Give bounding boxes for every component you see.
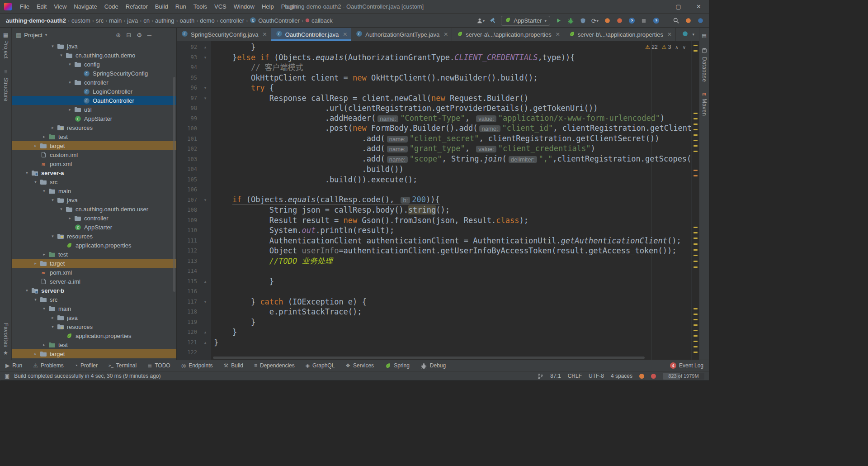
inspection-mark[interactable] bbox=[693, 170, 698, 171]
search-everywhere-icon[interactable] bbox=[672, 16, 680, 25]
close-tab-icon[interactable]: ✕ bbox=[443, 31, 448, 38]
close-tab-icon[interactable]: ✕ bbox=[263, 31, 267, 38]
rerun-icon[interactable]: ⟳▾ bbox=[591, 16, 599, 25]
inspection-mark[interactable] bbox=[693, 50, 698, 52]
menu-item[interactable]: Help bbox=[258, 1, 278, 12]
tree-item[interactable]: ▾cn.authing.oauth.demo bbox=[12, 51, 176, 60]
help-remote-icon[interactable]: ? bbox=[652, 16, 660, 25]
chevron-right-icon[interactable]: ▸ bbox=[32, 352, 39, 356]
inspection-mark[interactable] bbox=[693, 266, 698, 268]
chevron-down-icon[interactable]: ▾ bbox=[40, 306, 48, 311]
fold-marker-icon[interactable]: ▾ bbox=[200, 96, 210, 100]
chevron-down-icon[interactable]: ▾ bbox=[32, 180, 39, 184]
breadcrumb-item[interactable]: main bbox=[108, 16, 123, 25]
inspection-mark[interactable] bbox=[693, 113, 698, 114]
indent-setting[interactable]: 4 spaces bbox=[611, 373, 632, 379]
tool-window-button-profiler[interactable]: ◔Profiler bbox=[75, 362, 98, 369]
tree-item[interactable]: CSpringSecurityConfig bbox=[12, 69, 176, 78]
chevron-right-icon[interactable]: ▸ bbox=[32, 143, 39, 148]
updates-icon[interactable] bbox=[684, 16, 692, 25]
chevron-down-icon[interactable]: ▾ bbox=[40, 189, 48, 193]
run-configuration-selector[interactable]: AppStarter▾ bbox=[501, 16, 550, 26]
inspection-mark[interactable] bbox=[693, 324, 698, 326]
chevron-down-icon[interactable]: ▾ bbox=[23, 171, 31, 175]
inspection-mark[interactable] bbox=[693, 335, 698, 337]
horizontal-scrollbar[interactable] bbox=[213, 357, 645, 359]
editor-tab[interactable]: server-b\...\application.properties✕ bbox=[564, 28, 676, 41]
hide-panel-icon[interactable]: ─ bbox=[147, 32, 151, 38]
breadcrumb-item[interactable]: src bbox=[94, 16, 105, 25]
inspection-mark[interactable] bbox=[693, 129, 698, 130]
close-button[interactable]: ✕ bbox=[689, 0, 709, 14]
breadcrumb-item[interactable]: authing bbox=[154, 16, 176, 25]
breadcrumb-item[interactable]: callback bbox=[304, 16, 334, 25]
tool-window-button-dependencies[interactable]: ≡Dependencies bbox=[254, 362, 295, 369]
tree-item[interactable]: ▾java bbox=[12, 42, 176, 51]
inspection-mark[interactable] bbox=[693, 261, 698, 262]
tree-item[interactable]: ▸java bbox=[12, 313, 176, 322]
tool-window-button-problems[interactable]: ⚠Problems bbox=[33, 362, 63, 369]
profiler-icon[interactable] bbox=[603, 16, 611, 25]
breadcrumb-item[interactable]: custom bbox=[70, 16, 92, 25]
minimize-button[interactable]: — bbox=[648, 0, 668, 14]
tab-list-icon[interactable]: ▾ bbox=[692, 32, 694, 37]
inspection-mark[interactable] bbox=[693, 243, 698, 245]
tree-item[interactable]: CAppStarter bbox=[12, 223, 176, 232]
tree-item[interactable]: ▸test bbox=[12, 250, 176, 259]
inspection-mark[interactable] bbox=[693, 134, 698, 136]
next-problem-icon[interactable]: ∨ bbox=[683, 45, 686, 50]
tree-item[interactable]: ▾main bbox=[12, 186, 176, 195]
tree-item[interactable]: custom.iml bbox=[12, 150, 176, 159]
tree-item[interactable]: application.properties bbox=[12, 241, 176, 250]
chevron-right-icon[interactable]: ▸ bbox=[66, 216, 74, 220]
tool-window-button-structure[interactable]: ≡ Structure bbox=[3, 69, 9, 101]
tree-item[interactable]: ▾server-a bbox=[12, 168, 176, 177]
tool-window-button-graphql[interactable]: ◈GraphQL bbox=[306, 362, 335, 369]
menu-item[interactable]: Refactor bbox=[122, 1, 151, 12]
tree-item[interactable]: ▸util bbox=[12, 105, 176, 114]
breadcrumb-item[interactable]: controller bbox=[219, 16, 245, 25]
chevron-down-icon[interactable]: ▾ bbox=[66, 62, 74, 67]
inspection-mark[interactable] bbox=[693, 175, 698, 176]
coverage-button[interactable] bbox=[579, 16, 587, 25]
chevron-right-icon[interactable]: ▸ bbox=[49, 125, 57, 130]
inspection-mark[interactable] bbox=[693, 330, 698, 331]
error-indicator-icon[interactable] bbox=[651, 374, 656, 379]
project-panel-title[interactable]: Project bbox=[24, 32, 42, 38]
tree-item[interactable]: ▸target bbox=[12, 141, 176, 150]
tree-item[interactable]: ▸target bbox=[12, 259, 176, 268]
fold-marker-icon[interactable]: ▾ bbox=[200, 300, 210, 304]
fold-marker-icon[interactable]: ▾ bbox=[200, 55, 210, 60]
project-scrollbar[interactable] bbox=[173, 77, 175, 292]
editor-tab[interactable]: CAuthorizationGrantType.java✕ bbox=[351, 28, 452, 41]
editor-tab[interactable]: CSpringSecurityConfig.java✕ bbox=[177, 28, 271, 41]
fold-marker-icon[interactable]: ▴ bbox=[200, 340, 210, 345]
menu-item[interactable]: Window bbox=[230, 1, 258, 12]
menu-item[interactable]: Edit bbox=[33, 1, 50, 12]
tool-window-button-todo[interactable]: ≣TODO bbox=[147, 362, 170, 369]
tree-item[interactable]: ▾src bbox=[12, 177, 176, 186]
tool-window-button-database[interactable]: Database bbox=[701, 48, 708, 82]
breadcrumb-item[interactable]: demo bbox=[198, 16, 216, 25]
tree-item[interactable]: ▾main bbox=[12, 304, 176, 313]
inspection-mark[interactable] bbox=[693, 238, 698, 239]
chevron-right-icon[interactable]: ▸ bbox=[40, 252, 48, 257]
chevron-down-icon[interactable]: ▾ bbox=[49, 198, 57, 202]
inspection-mark[interactable] bbox=[693, 249, 698, 251]
breadcrumb-item[interactable]: java bbox=[126, 16, 139, 25]
fold-marker-icon[interactable]: ▾ bbox=[200, 86, 210, 90]
tool-window-button-build[interactable]: ⚒Build bbox=[224, 362, 243, 369]
menu-item[interactable]: Code bbox=[101, 1, 122, 12]
debug-button[interactable] bbox=[566, 16, 575, 25]
build-hammer-icon[interactable] bbox=[489, 16, 497, 25]
error-stripe[interactable] bbox=[691, 41, 699, 360]
chevron-down-icon[interactable]: ▾ bbox=[45, 33, 47, 37]
tree-item[interactable]: ▾config bbox=[12, 60, 176, 69]
tree-item[interactable]: ▾server-b bbox=[12, 286, 176, 295]
menu-item[interactable]: Build bbox=[151, 1, 172, 12]
breadcrumb-item[interactable]: COauthController bbox=[248, 16, 301, 26]
profiler-alt-icon[interactable] bbox=[615, 16, 623, 25]
locate-file-icon[interactable]: ⊕ bbox=[116, 32, 121, 38]
line-separator[interactable]: CRLF bbox=[568, 373, 582, 379]
memory-indicator[interactable]: 823 of 1979M bbox=[663, 373, 704, 380]
